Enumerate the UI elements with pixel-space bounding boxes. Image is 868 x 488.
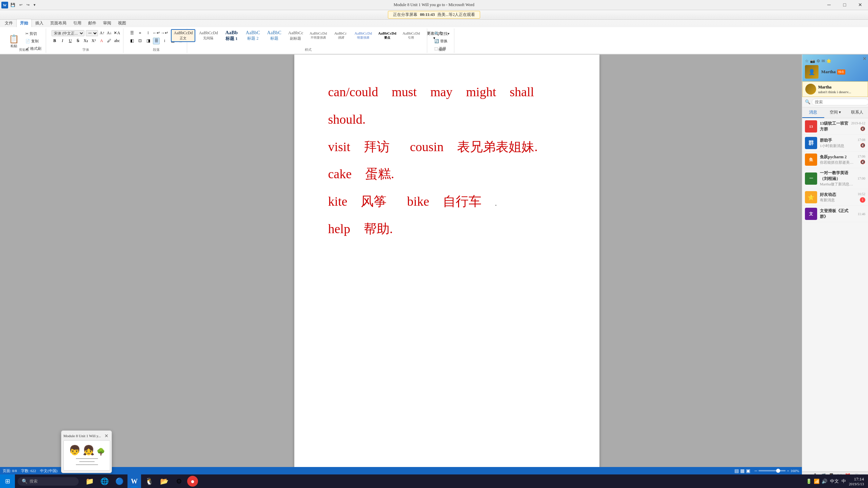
bold-button[interactable]: B [52, 38, 58, 44]
strikethrough-button[interactable]: S̶ [75, 38, 81, 44]
tab-file[interactable]: 文件 [1, 19, 16, 27]
style-no-spacing[interactable]: AaBbCcDd无间隔 [196, 29, 220, 42]
qq-search-bar: 🔍 [802, 97, 868, 107]
customize-quick-btn[interactable]: ▾ [33, 2, 37, 8]
underline-button[interactable]: U [67, 38, 74, 44]
taskbar-apps: 📁 🌐 🔵 W 🐧 📂 ⚙ ● [83, 474, 198, 488]
taskbar-app-pycharm[interactable]: ⚙ [172, 474, 186, 488]
qq-chat-item-1[interactable]: 13 13级软工一班官方群 2019-8-12 🔇 [802, 118, 868, 135]
qq-chat-item-4[interactable]: 一 一对一教学英语（刘程涵） Martha做了新消息分享 17:00 [802, 168, 868, 189]
maximize-button[interactable]: □ [837, 0, 852, 10]
bullet-list-button[interactable]: ☰ [129, 30, 135, 37]
qq-notification[interactable]: Martha udon't think i deserv... [802, 81, 868, 97]
zoom-out-button[interactable]: ─ [754, 469, 757, 473]
document-area[interactable]: can/could must may might shall should. v… [92, 55, 802, 481]
style-h2[interactable]: AaBbC标题 2 [243, 29, 263, 42]
style-subtle-emph[interactable]: AaBbCcDd不明显强调 [307, 30, 330, 41]
taskbar-app-folder[interactable]: 📂 [157, 474, 171, 488]
qq-chat-item-6[interactable]: 文 文登滑板《正式群》 11:46 [802, 206, 868, 222]
qq-chat-item-5[interactable]: ⭐ 好友动态 有新消息 16:52 1 [802, 189, 868, 206]
tab-view[interactable]: 视图 [115, 19, 130, 27]
qq-chat-item-2[interactable]: 群 群助手 1小时前新消息 17:08 🔇 [802, 135, 868, 151]
qq-tab-contacts[interactable]: 联系人 [846, 107, 868, 118]
decrease-indent-button[interactable]: ←↵ [153, 30, 160, 37]
save-quick-btn[interactable]: 💾 [9, 2, 16, 8]
qq-close-button[interactable]: ✕ [863, 56, 867, 62]
taskbar-app-other[interactable]: ● [187, 476, 198, 487]
replace-button[interactable]: 🔄 替换 [433, 38, 451, 45]
tab-layout[interactable]: 页面布局 [47, 19, 70, 27]
preview-thumb-inner: 👦 👧 🌳 ━━━━━━━━━━━━━ ━━━━━━━━━ ━━━━━━━━━━… [64, 441, 110, 470]
qq-chat-item-3[interactable]: 鱼 鱼跃pycharm 2 你若能抓住那逝美还是之间(续... 17:06 🔇 [802, 151, 868, 168]
tab-references[interactable]: 引用 [70, 19, 85, 27]
subscript-button[interactable]: X₂ [83, 38, 89, 44]
grow-font-button[interactable]: A↑ [99, 30, 105, 37]
taskbar-app-qq[interactable]: 🐧 [142, 474, 156, 488]
qq-tab-space[interactable]: 空间 ▾ [824, 107, 846, 118]
shrink-font-button[interactable]: A↓ [106, 30, 112, 37]
tab-mail[interactable]: 邮件 [85, 19, 100, 27]
justify-button[interactable]: ☰ [153, 38, 160, 44]
qq-search-input[interactable] [812, 99, 868, 105]
minimize-button[interactable]: ─ [821, 0, 837, 10]
zoom-slider[interactable] [758, 470, 786, 471]
increase-indent-button[interactable]: →↵ [161, 30, 168, 37]
tab-insert[interactable]: 插入 [32, 19, 47, 27]
window-controls: ─ □ ✕ [821, 0, 868, 10]
cut-button[interactable]: ✂ 剪切 [24, 30, 43, 37]
web-layout-button[interactable]: ▣ [746, 468, 750, 474]
taskbar-app-word[interactable]: W [127, 474, 141, 488]
font-bg-button[interactable]: abc [114, 38, 120, 44]
style-emphasis[interactable]: AaBbCc强调 [331, 30, 351, 41]
align-center-button[interactable]: ⊡ [137, 38, 143, 44]
word-may: may [430, 82, 452, 102]
style-normal[interactable]: AaBbCcDd正文 [171, 29, 195, 42]
preview-close-button[interactable]: ✕ [103, 433, 110, 439]
word-visit: visit [328, 137, 350, 157]
tab-home[interactable]: 开始 [16, 19, 32, 27]
find-button[interactable]: 🔍 查找▾ [433, 30, 451, 37]
superscript-button[interactable]: X² [91, 38, 97, 44]
clear-format-button[interactable]: ✕A [114, 30, 120, 37]
word-kite-cn: 风筝 [361, 191, 387, 212]
font-family-select[interactable]: 宋体 (中文正... 一号 [52, 30, 84, 36]
qq-chat-name-1: 13级软工一班官方群 [820, 121, 848, 132]
font-size-select[interactable]: 一号 二号 [86, 30, 98, 36]
align-right-button[interactable]: ◨ [145, 38, 152, 44]
multilevel-list-button[interactable]: ⁞ [145, 30, 152, 37]
qq-chat-meta-4: 17:00 [857, 177, 865, 180]
font-controls: 宋体 (中文正... 一号 一号 二号 A↑ A↓ ✕A B I U S̶ [52, 28, 120, 44]
style-intense-emph[interactable]: AaBbCcDd明显强调 [352, 30, 375, 41]
close-button[interactable]: ✕ [852, 0, 868, 10]
style-h1[interactable]: AaBb标题 1 [221, 28, 242, 43]
qq-tab-messages-label: 消息 [809, 110, 817, 115]
document-page[interactable]: can/could must may might shall should. v… [294, 55, 599, 481]
highlight-button[interactable]: 🖊 [106, 38, 113, 44]
full-reading-button[interactable]: ▦ [740, 468, 745, 474]
qq-chat-name-6: 文登滑板《正式群》 [820, 208, 855, 220]
style-strong[interactable]: AaBbCcDd要点 [375, 30, 399, 41]
tab-review[interactable]: 审阅 [100, 19, 115, 27]
copy-button[interactable]: 📄 复制 [24, 38, 43, 45]
taskbar-app-file-explorer[interactable]: 📁 [83, 474, 96, 488]
align-left-button[interactable]: ◧ [129, 38, 135, 44]
undo-quick-btn[interactable]: ↩ [18, 2, 23, 8]
numbered-list-button[interactable]: ≡ [137, 30, 143, 37]
taskbar-app-edge[interactable]: 🔵 [113, 474, 126, 488]
start-button[interactable]: ⊞ [0, 474, 15, 488]
style-title[interactable]: AaBbC标题 [264, 29, 284, 42]
styles-group: AaBbCcDd正文 AaBbCcDd无间隔 AaBb标题 1 AaBbC标题 … [190, 28, 427, 53]
taskbar-date: 2019/5/13 [849, 482, 864, 486]
taskbar-app-chrome[interactable]: 🌐 [98, 474, 111, 488]
taskbar-search[interactable]: 🔍 搜索 [18, 477, 79, 486]
redo-quick-btn[interactable]: ↪ [25, 2, 31, 8]
zoom-in-button[interactable]: + [787, 469, 789, 473]
line-spacing-button[interactable]: ↕ [161, 38, 168, 44]
style-subtitle[interactable]: AaBbCc副标题 [285, 29, 306, 42]
qq-tab-messages[interactable]: 消息 [802, 107, 824, 118]
print-layout-button[interactable]: ▤ [734, 468, 739, 474]
style-quote[interactable]: AaBbCcDd引用 [400, 30, 422, 41]
font-color-button[interactable]: A [98, 38, 105, 44]
italic-button[interactable]: I [59, 38, 66, 44]
qq-chat-info-5: 好友动态 有新消息 [820, 192, 855, 203]
